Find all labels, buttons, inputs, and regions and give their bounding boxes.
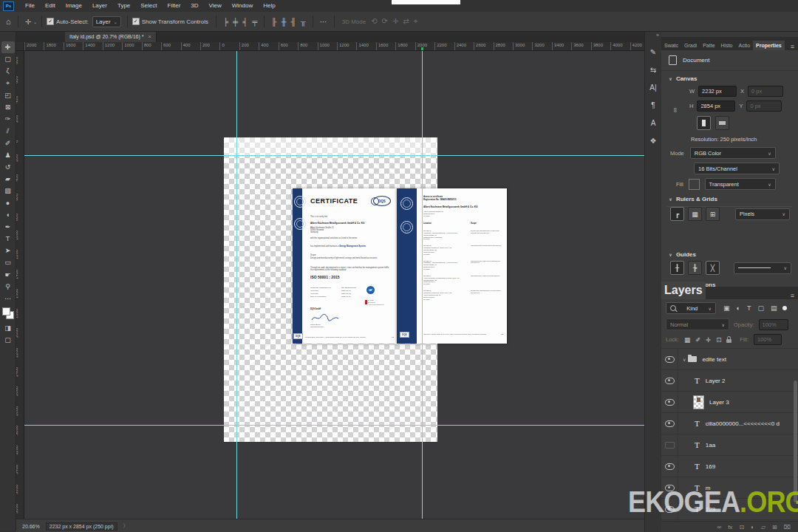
dock-panel-icon[interactable]: ❖ bbox=[647, 132, 660, 149]
height-field[interactable]: 2854 px bbox=[697, 100, 735, 112]
tool-button[interactable]: ⋯ bbox=[1, 293, 15, 304]
horizontal-ruler[interactable]: 2000180016001400120010008006004002000200… bbox=[16, 42, 644, 51]
color-swatches[interactable] bbox=[2, 307, 14, 319]
panel-tab[interactable]: Histo bbox=[718, 41, 736, 50]
layer-name[interactable]: Layer 2 bbox=[706, 378, 726, 384]
dock-panel-icon[interactable]: ¶ bbox=[647, 96, 660, 114]
distribute-icon[interactable]: ╫ bbox=[279, 18, 288, 26]
layers-action-icon[interactable]: ⊞ bbox=[772, 524, 777, 531]
fill-select[interactable]: Transparent∨ bbox=[705, 178, 776, 190]
auto-select-dropdown[interactable]: Layer⌄ bbox=[92, 16, 121, 27]
layers-action-icon[interactable]: ◐ bbox=[751, 524, 754, 531]
ruler-corner[interactable] bbox=[16, 42, 24, 51]
dock-panel-icon[interactable]: ✎ bbox=[647, 43, 660, 61]
show-transform-checkbox[interactable]: ✓ bbox=[132, 18, 140, 25]
align-icon[interactable]: ╤ bbox=[250, 18, 259, 26]
new-guide-button[interactable]: ╂ bbox=[670, 261, 684, 275]
eye-icon[interactable] bbox=[665, 399, 675, 406]
auto-select-checkbox[interactable]: ✓ bbox=[47, 18, 54, 25]
menu-item[interactable]: Layer bbox=[87, 2, 112, 9]
align-icon[interactable]: ╪ bbox=[231, 18, 240, 26]
document-tab[interactable]: Italy id.psd @ 20.7% (RGB/16) * × bbox=[65, 31, 157, 42]
tool-button[interactable]: ▢ bbox=[1, 53, 15, 65]
layer-filter-icon[interactable]: ▢ bbox=[757, 304, 764, 312]
layer-name[interactable]: Layer 3 bbox=[709, 399, 729, 406]
layer-row[interactable]: T cilla0000000...<<<<<<<<0 d bbox=[661, 413, 798, 434]
chevron-down-icon[interactable]: ∨ bbox=[683, 357, 686, 362]
width-field[interactable]: 2232 px bbox=[698, 86, 737, 97]
clear-guides-button[interactable]: ╳ bbox=[706, 261, 720, 275]
dock-panel-icon[interactable]: A bbox=[647, 114, 660, 132]
quick-mask-button[interactable]: ◨ bbox=[1, 322, 15, 334]
tool-button[interactable]: ⊠ bbox=[1, 101, 15, 113]
layer-thumbnail[interactable] bbox=[693, 395, 704, 409]
certificate-page-2[interactable]: DQS Annex to certificate Registration No… bbox=[397, 188, 507, 344]
tool-button[interactable]: ▰ bbox=[1, 173, 15, 185]
mode-select[interactable]: RGB Color∨ bbox=[690, 147, 776, 159]
layer-row[interactable]: T 169 bbox=[661, 456, 798, 477]
align-icon[interactable]: ╞ bbox=[221, 18, 231, 26]
canvas-pasteboard[interactable]: DQS CERTIFICATE DQS This is to certify t… bbox=[24, 50, 644, 519]
layer-name[interactable]: 169 bbox=[706, 463, 715, 470]
vertical-ruler[interactable]: 8006004002000200400600800100012001400160… bbox=[16, 50, 24, 519]
tool-button[interactable]: T bbox=[1, 233, 15, 245]
chevron-down-icon[interactable]: ∨ bbox=[669, 76, 672, 81]
chevron-down-icon[interactable]: ∨ bbox=[669, 252, 672, 257]
panel-tab[interactable]: Actio bbox=[736, 41, 754, 50]
menu-item[interactable]: 3D bbox=[185, 2, 203, 9]
tool-button[interactable]: ▭ bbox=[1, 256, 15, 268]
menu-item[interactable]: Filter bbox=[163, 2, 186, 9]
chevron-down-icon[interactable]: ∨ bbox=[669, 197, 672, 202]
tool-button[interactable]: ♟ bbox=[1, 149, 15, 161]
eye-cell[interactable] bbox=[661, 392, 678, 412]
eye-cell[interactable] bbox=[661, 456, 678, 477]
panel-menu-icon[interactable]: ≡ bbox=[787, 43, 798, 50]
layer-row[interactable]: Layer 3 bbox=[661, 392, 798, 413]
menu-item[interactable]: Edit bbox=[40, 2, 61, 9]
document-info[interactable]: 2232 px x 2854 px (250 ppi) bbox=[46, 522, 117, 531]
chevron-down-icon[interactable]: ⌄ bbox=[33, 19, 37, 24]
lock-option-icon[interactable]: ✐ bbox=[695, 336, 700, 344]
grid-toggle-button[interactable]: ▦ bbox=[688, 207, 702, 221]
tool-button[interactable]: ⚲ bbox=[1, 281, 15, 293]
tool-button[interactable]: ◖ bbox=[1, 209, 15, 221]
horizontal-guide[interactable] bbox=[24, 155, 644, 156]
dock-panel-icon[interactable]: A| bbox=[647, 78, 660, 96]
eye-cell[interactable] bbox=[661, 413, 678, 434]
link-dimensions-icon[interactable]: ∞ bbox=[672, 108, 679, 112]
panel-tab[interactable]: Swatc bbox=[661, 41, 681, 50]
more-options-icon[interactable]: ⋯ bbox=[318, 18, 330, 26]
eye-cell[interactable] bbox=[661, 349, 678, 369]
layer-name[interactable]: cilla0000000...<<<<<<<<0 d bbox=[706, 420, 780, 427]
layers-action-icon[interactable]: ∞ bbox=[717, 524, 721, 531]
menu-item[interactable]: View bbox=[204, 2, 227, 9]
layers-action-icon[interactable]: ▱ bbox=[761, 524, 765, 531]
tool-button[interactable]: ↺ bbox=[1, 161, 15, 173]
tool-button[interactable]: ⌖ bbox=[1, 78, 15, 89]
layer-row[interactable]: T 1aa bbox=[661, 434, 798, 456]
tool-button[interactable]: ✐ bbox=[1, 137, 15, 149]
layer-row[interactable]: T Layer 2 bbox=[661, 370, 798, 392]
layers-menu-icon[interactable]: ≡ bbox=[787, 292, 798, 299]
eye-icon[interactable] bbox=[665, 420, 675, 427]
eye-cell[interactable] bbox=[661, 434, 678, 455]
filter-toggle-icon[interactable] bbox=[782, 306, 787, 310]
layer-filter-icon[interactable]: ▣ bbox=[723, 304, 730, 312]
horizontal-guide[interactable] bbox=[24, 425, 644, 426]
pixel-grid-button[interactable]: ⊞ bbox=[706, 207, 720, 221]
lock-guides-button[interactable]: ╊ bbox=[688, 261, 702, 275]
eye-icon[interactable] bbox=[665, 356, 675, 363]
layer-filter-icon[interactable]: T bbox=[747, 304, 751, 312]
zoom-level[interactable]: 20.66% bbox=[22, 524, 40, 529]
tool-button[interactable]: ➤ bbox=[1, 245, 15, 256]
screen-mode-button[interactable]: ▢ bbox=[1, 334, 15, 346]
menu-item[interactable]: Image bbox=[61, 2, 87, 9]
layer-name[interactable]: edite text bbox=[702, 356, 726, 363]
menu-item[interactable]: Help bbox=[258, 2, 280, 9]
portrait-orientation-button[interactable] bbox=[697, 116, 711, 130]
tool-button[interactable]: ✒ bbox=[1, 221, 15, 233]
align-icon[interactable]: ╡ bbox=[240, 18, 250, 26]
eye-icon[interactable] bbox=[665, 463, 675, 470]
eye-icon[interactable] bbox=[665, 442, 675, 449]
menu-item[interactable]: Type bbox=[112, 2, 135, 9]
